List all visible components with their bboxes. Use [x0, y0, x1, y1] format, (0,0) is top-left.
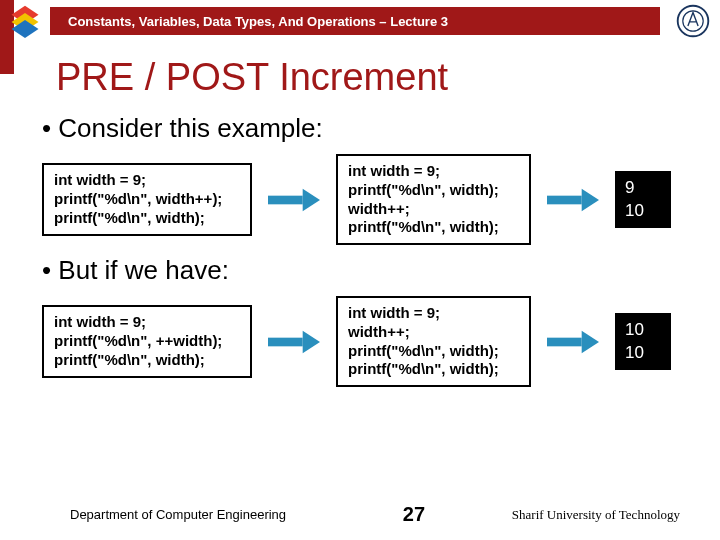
svg-marker-6 [303, 188, 320, 211]
arrow-right-icon [268, 328, 320, 356]
arrow-right-icon [547, 186, 599, 214]
university-label: Sharif University of Technology [512, 507, 680, 523]
department-label: Department of Computer Engineering [70, 507, 286, 522]
slide-footer: Department of Computer Engineering 27 Sh… [0, 503, 720, 526]
output-pre: 10 10 [615, 313, 671, 369]
code-post-expanded: int width = 9; printf("%d\n", width); wi… [336, 154, 531, 245]
svg-marker-12 [582, 330, 599, 353]
example-row-1: int width = 9; printf("%d\n", width++); … [42, 154, 684, 245]
page-number: 27 [373, 503, 425, 526]
code-post-increment: int width = 9; printf("%d\n", width++); … [42, 163, 252, 235]
bullet-consider: • Consider this example: [42, 113, 684, 144]
svg-marker-8 [582, 188, 599, 211]
arrow-right-icon [547, 328, 599, 356]
output-post: 9 10 [615, 171, 671, 227]
svg-rect-7 [547, 195, 582, 204]
code-pre-increment: int width = 9; printf("%d\n", ++width); … [42, 305, 252, 377]
lecture-title: Constants, Variables, Data Types, And Op… [68, 14, 448, 29]
svg-rect-9 [268, 337, 303, 346]
svg-rect-11 [547, 337, 582, 346]
example-row-2: int width = 9; printf("%d\n", ++width); … [42, 296, 684, 387]
slide-body: • Consider this example: int width = 9; … [0, 113, 720, 387]
svg-marker-10 [303, 330, 320, 353]
svg-rect-5 [268, 195, 303, 204]
bullet-but-if: • But if we have: [42, 255, 684, 286]
header-bar: Constants, Variables, Data Types, And Op… [50, 7, 660, 35]
course-logo-icon [0, 0, 50, 42]
code-pre-expanded: int width = 9; width++; printf("%d\n", w… [336, 296, 531, 387]
slide-header: Constants, Variables, Data Types, And Op… [0, 0, 720, 42]
university-logo-icon [676, 4, 710, 38]
arrow-right-icon [268, 186, 320, 214]
page-title: PRE / POST Increment [0, 42, 720, 107]
